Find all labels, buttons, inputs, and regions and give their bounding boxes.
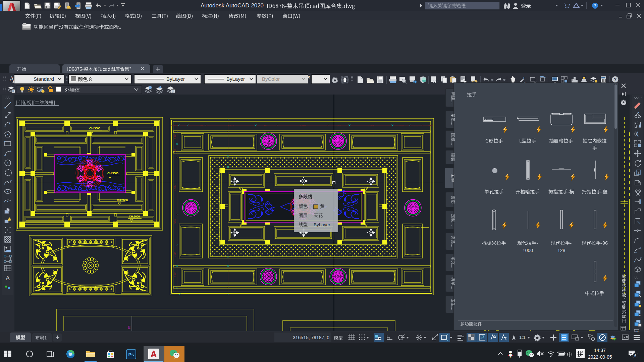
svg-text:CH:3000: CH:3000 [129,215,140,218]
svg-text:700: 700 [173,149,176,154]
svg-text:A: A [6,275,10,282]
svg-text:?: ? [594,3,596,8]
svg-text:647: 647 [336,124,341,127]
svg-text:1380: 1380 [173,184,176,191]
svg-text:CH:3000: CH:3000 [107,171,118,175]
svg-text:Ps: Ps [128,352,134,357]
svg-text:510: 510 [173,134,176,139]
svg-text:+: + [523,76,525,80]
svg-text:CH:3000: CH:3000 [89,126,100,130]
svg-text:510: 510 [414,124,418,127]
svg-text:?: ? [614,77,617,82]
svg-text:1530: 1530 [300,124,306,127]
svg-text:700: 700 [173,252,176,257]
svg-text:400: 400 [174,124,179,127]
svg-text:700: 700 [399,124,404,127]
svg-text:700: 700 [200,124,204,127]
svg-text:1563: 1563 [228,124,234,127]
svg-text:20: 20 [127,326,131,329]
svg-text:CH:3500: CH:3500 [117,198,128,202]
svg-text:510: 510 [173,273,176,277]
svg-text:1563: 1563 [368,124,374,127]
svg-text:647: 647 [264,124,269,127]
svg-text:645: 645 [173,219,176,224]
svg-text:510: 510 [187,124,192,127]
